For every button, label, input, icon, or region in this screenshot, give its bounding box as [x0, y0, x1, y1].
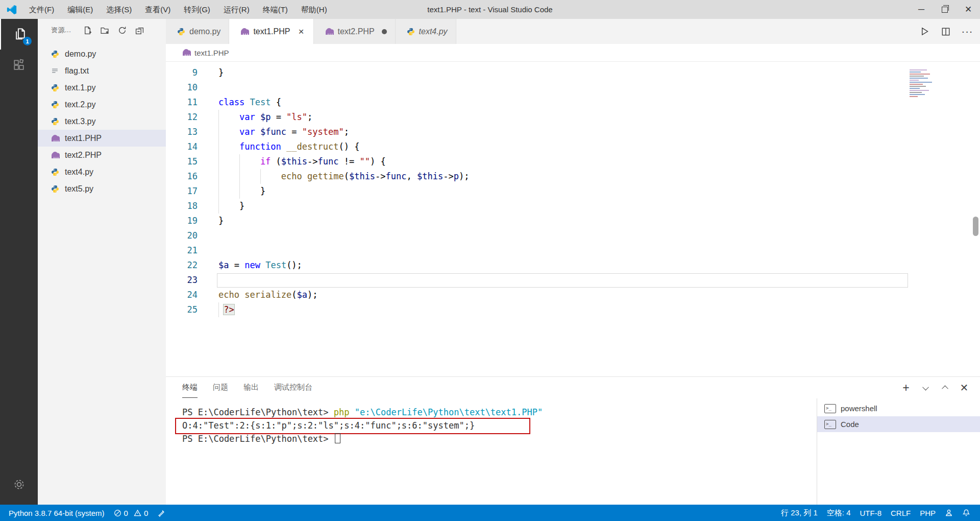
- terminal-instance-Code[interactable]: >_Code: [817, 416, 980, 432]
- cursor-position-label: 行 23, 列 1: [781, 508, 818, 518]
- language-mode-status[interactable]: PHP: [915, 505, 940, 521]
- launch-status[interactable]: [153, 505, 170, 521]
- file-name: demo.py: [65, 50, 96, 59]
- code-line[interactable]: 18}: [166, 199, 980, 214]
- code-line[interactable]: 20: [166, 228, 980, 243]
- collapse-folders-icon[interactable]: [134, 25, 144, 35]
- indentation-label: 空格: 4: [827, 508, 851, 518]
- run-file-icon[interactable]: [919, 26, 930, 37]
- terminal-instance-powershell[interactable]: >_powershell: [817, 400, 980, 416]
- terminal-cursor: [335, 433, 340, 443]
- file-name: text.1.py: [65, 83, 95, 92]
- line-number: 18: [166, 199, 198, 214]
- feedback-status[interactable]: [940, 505, 958, 521]
- code-line[interactable]: 11class Test {: [166, 95, 980, 110]
- maximize-panel-icon[interactable]: [940, 383, 949, 392]
- file-item[interactable]: text2.PHP: [38, 147, 166, 163]
- minimize-button[interactable]: ─: [910, 0, 933, 19]
- eol-label: CRLF: [891, 509, 911, 517]
- eol-status[interactable]: CRLF: [886, 505, 915, 521]
- panel-tab-调试控制台[interactable]: 调试控制台: [274, 377, 312, 397]
- code-line[interactable]: 24echo serialize($a);: [166, 288, 980, 302]
- code-line[interactable]: 21: [166, 243, 980, 258]
- editor-scrollbar-thumb[interactable]: [973, 217, 978, 236]
- code-line[interactable]: 15if ($this->func != "") {: [166, 154, 980, 169]
- code-editor[interactable]: 9}1011class Test {12var $p = "ls";13var …: [166, 65, 980, 376]
- file-item[interactable]: flag.txt: [38, 62, 166, 79]
- terminal-line[interactable]: PS E:\CoderLife\Python\text>: [182, 432, 543, 445]
- file-item[interactable]: text1.PHP: [38, 130, 166, 147]
- menu-item[interactable]: 选择(S): [100, 0, 138, 19]
- indentation-status[interactable]: 空格: 4: [822, 505, 855, 521]
- more-actions-icon[interactable]: ···: [962, 26, 973, 37]
- restore-button[interactable]: [933, 0, 957, 19]
- notifications-status[interactable]: [958, 505, 975, 521]
- breadcrumb[interactable]: text1.PHP: [166, 44, 980, 62]
- file-name: text1.PHP: [65, 134, 102, 143]
- tab-text1.PHP[interactable]: text1.PHP×: [229, 19, 313, 44]
- menu-item[interactable]: 查看(V): [138, 0, 177, 19]
- refresh-icon[interactable]: [117, 25, 127, 35]
- file-item[interactable]: text4.py: [38, 163, 166, 180]
- code-line[interactable]: 23: [166, 273, 980, 288]
- file-item[interactable]: text.3.py: [38, 113, 166, 130]
- code-line-text: }: [218, 199, 980, 214]
- code-line[interactable]: 25?>: [166, 302, 980, 317]
- new-folder-icon[interactable]: [100, 25, 110, 35]
- problems-status[interactable]: 0 0: [109, 505, 153, 521]
- terminal-output-highlighted[interactable]: O:4:"Test":2:{s:1:"p";s:2:"ls";s:4:"func…: [182, 419, 543, 432]
- file-item[interactable]: text.1.py: [38, 79, 166, 96]
- code-line-text: echo gettime($this->func, $this->p);: [218, 169, 980, 184]
- line-number: 16: [166, 169, 198, 184]
- panel-tab-终端[interactable]: 终端: [182, 377, 198, 398]
- menu-item[interactable]: 帮助(H): [295, 0, 334, 19]
- menu-item[interactable]: 终端(T): [256, 0, 295, 19]
- close-window-button[interactable]: ✕: [957, 0, 980, 19]
- code-line[interactable]: 22$a = new Test();: [166, 258, 980, 273]
- breadcrumb-file: text1.PHP: [194, 49, 229, 57]
- menu-item[interactable]: 文件(F): [22, 0, 61, 19]
- terminal-line[interactable]: PS E:\CoderLife\Python\text> php "e:\Cod…: [182, 406, 543, 419]
- code-line[interactable]: 12var $p = "ls";: [166, 110, 980, 125]
- terminal-output[interactable]: PS E:\CoderLife\Python\text> php "e:\Cod…: [182, 406, 543, 445]
- file-item[interactable]: demo.py: [38, 45, 166, 62]
- menu-item[interactable]: 编辑(E): [61, 0, 100, 19]
- minimap[interactable]: [910, 69, 943, 98]
- menu-item[interactable]: 转到(G): [177, 0, 217, 19]
- explorer-icon[interactable]: 1: [0, 19, 39, 50]
- code-line[interactable]: 10: [166, 80, 980, 95]
- code-line[interactable]: 9}: [166, 65, 980, 80]
- menu-item[interactable]: 运行(R): [217, 0, 256, 19]
- code-line[interactable]: 16echo gettime($this->func, $this->p);: [166, 169, 980, 184]
- close-tab-icon[interactable]: ×: [297, 27, 305, 36]
- code-line[interactable]: 19}: [166, 214, 980, 228]
- tab-label: text2.PHP: [338, 27, 375, 36]
- vscode-logo-icon: [6, 4, 17, 15]
- terminal-dropdown-icon[interactable]: [921, 383, 930, 392]
- line-number: 20: [166, 228, 198, 243]
- new-terminal-icon[interactable]: +: [901, 383, 911, 392]
- encoding-status[interactable]: UTF-8: [855, 505, 886, 521]
- settings-gear-icon[interactable]: [0, 469, 38, 500]
- python-interpreter-status[interactable]: Python 3.8.7 64-bit (system): [4, 505, 109, 521]
- close-panel-icon[interactable]: ✕: [960, 383, 969, 392]
- file-item[interactable]: text.2.py: [38, 96, 166, 113]
- code-line[interactable]: 13var $func = "system";: [166, 125, 980, 139]
- file-item[interactable]: text5.py: [38, 180, 166, 197]
- error-icon: [114, 509, 121, 517]
- code-line[interactable]: 14function __destruct() {: [166, 139, 980, 154]
- cursor-position-status[interactable]: 行 23, 列 1: [776, 505, 822, 521]
- code-line[interactable]: 17}: [166, 184, 980, 199]
- language-label: PHP: [920, 509, 936, 517]
- indent-guide: [260, 169, 261, 184]
- extensions-icon[interactable]: [0, 50, 38, 80]
- new-file-icon[interactable]: [82, 25, 92, 35]
- code-line-text: }: [218, 65, 980, 80]
- panel-tab-输出[interactable]: 输出: [243, 377, 259, 397]
- tab-demo.py[interactable]: demo.py: [166, 19, 229, 44]
- split-editor-icon[interactable]: [940, 26, 951, 37]
- tab-text2.PHP[interactable]: text2.PHP: [314, 19, 396, 44]
- panel-tab-问题[interactable]: 问题: [213, 377, 228, 397]
- tab-label: text4.py: [419, 27, 448, 36]
- tab-text4.py[interactable]: text4.py: [396, 19, 456, 44]
